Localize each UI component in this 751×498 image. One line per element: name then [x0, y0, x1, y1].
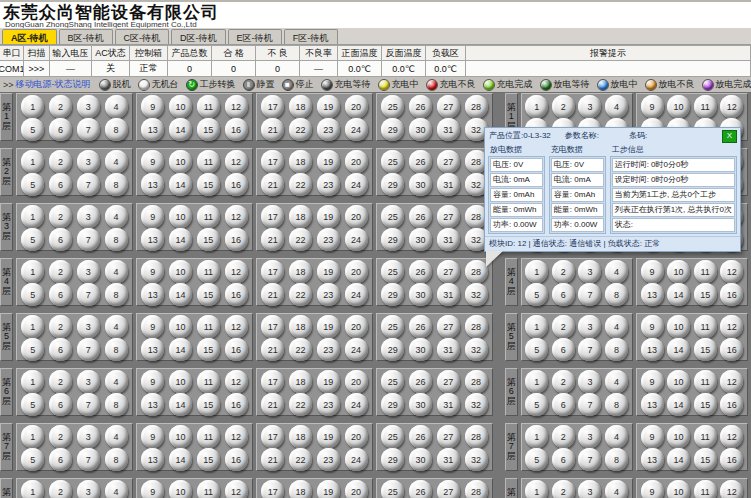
- product-cell[interactable]: 18: [289, 315, 312, 338]
- product-cell[interactable]: 16: [225, 393, 248, 416]
- product-cell[interactable]: 26: [409, 205, 432, 228]
- product-cell[interactable]: 11: [694, 260, 717, 283]
- product-cell[interactable]: 13: [641, 283, 664, 306]
- product-cell[interactable]: 4: [105, 370, 128, 393]
- product-cell[interactable]: 25: [381, 150, 404, 173]
- product-cell[interactable]: 2: [49, 315, 72, 338]
- product-cell[interactable]: 3: [578, 260, 601, 283]
- product-cell[interactable]: 28: [465, 260, 488, 283]
- product-cell[interactable]: 19: [317, 425, 340, 448]
- product-cell[interactable]: 10: [667, 425, 690, 448]
- product-cell[interactable]: 16: [225, 228, 248, 251]
- product-cell[interactable]: 27: [437, 205, 460, 228]
- product-cell[interactable]: 27: [437, 260, 460, 283]
- product-cell[interactable]: 2: [552, 370, 575, 393]
- product-cell[interactable]: 26: [409, 425, 432, 448]
- product-cell[interactable]: 17: [261, 425, 284, 448]
- product-cell[interactable]: 24: [345, 173, 368, 196]
- product-cell[interactable]: 22: [289, 118, 312, 141]
- product-cell[interactable]: 3: [578, 95, 601, 118]
- product-cell[interactable]: 30: [409, 448, 432, 471]
- product-cell[interactable]: 29: [381, 228, 404, 251]
- product-cell[interactable]: 10: [169, 95, 192, 118]
- product-cell[interactable]: 18: [289, 425, 312, 448]
- product-cell[interactable]: 15: [197, 338, 220, 361]
- product-cell[interactable]: 13: [141, 338, 164, 361]
- product-cell[interactable]: 12: [225, 480, 248, 498]
- product-cell[interactable]: 9: [641, 370, 664, 393]
- product-cell[interactable]: 16: [225, 173, 248, 196]
- product-cell[interactable]: 18: [289, 260, 312, 283]
- product-cell[interactable]: 28: [465, 370, 488, 393]
- product-cell[interactable]: 17: [261, 315, 284, 338]
- product-cell[interactable]: 15: [694, 448, 717, 471]
- product-cell[interactable]: 13: [141, 448, 164, 471]
- product-cell[interactable]: 5: [21, 118, 44, 141]
- product-cell[interactable]: 30: [409, 338, 432, 361]
- product-cell[interactable]: 19: [317, 260, 340, 283]
- product-cell[interactable]: 1: [525, 260, 548, 283]
- product-cell[interactable]: 11: [694, 315, 717, 338]
- product-cell[interactable]: 4: [105, 425, 128, 448]
- product-cell[interactable]: 9: [141, 260, 164, 283]
- product-cell[interactable]: 3: [578, 480, 601, 498]
- legend-toggle[interactable]: >>: [3, 80, 14, 90]
- product-cell[interactable]: 6: [49, 118, 72, 141]
- product-cell[interactable]: 7: [77, 173, 100, 196]
- product-cell[interactable]: 17: [261, 205, 284, 228]
- product-cell[interactable]: 4: [605, 95, 628, 118]
- product-cell[interactable]: 18: [289, 95, 312, 118]
- product-cell[interactable]: 12: [720, 370, 743, 393]
- product-cell[interactable]: 29: [381, 338, 404, 361]
- product-cell[interactable]: 10: [667, 480, 690, 498]
- product-cell[interactable]: 1: [21, 315, 44, 338]
- product-cell[interactable]: 16: [720, 448, 743, 471]
- product-cell[interactable]: 30: [409, 283, 432, 306]
- product-cell[interactable]: 4: [105, 150, 128, 173]
- tab-F区-待机[interactable]: F区-待机: [284, 29, 338, 44]
- product-cell[interactable]: 23: [317, 283, 340, 306]
- product-cell[interactable]: 1: [525, 95, 548, 118]
- product-cell[interactable]: 18: [289, 480, 312, 498]
- product-cell[interactable]: 14: [169, 448, 192, 471]
- product-cell[interactable]: 7: [578, 283, 601, 306]
- product-cell[interactable]: 11: [694, 425, 717, 448]
- product-cell[interactable]: 14: [667, 283, 690, 306]
- product-cell[interactable]: 5: [21, 283, 44, 306]
- product-cell[interactable]: 5: [21, 228, 44, 251]
- product-cell[interactable]: 12: [225, 260, 248, 283]
- product-cell[interactable]: 11: [197, 370, 220, 393]
- product-cell[interactable]: 15: [694, 283, 717, 306]
- product-cell[interactable]: 21: [261, 338, 284, 361]
- product-cell[interactable]: 12: [720, 95, 743, 118]
- product-cell[interactable]: 11: [694, 370, 717, 393]
- product-cell[interactable]: 25: [381, 95, 404, 118]
- product-cell[interactable]: 17: [261, 370, 284, 393]
- product-cell[interactable]: 8: [605, 283, 628, 306]
- product-cell[interactable]: 13: [641, 393, 664, 416]
- product-cell[interactable]: 23: [317, 448, 340, 471]
- product-cell[interactable]: 16: [720, 283, 743, 306]
- product-cell[interactable]: 22: [289, 393, 312, 416]
- product-cell[interactable]: 15: [197, 173, 220, 196]
- product-cell[interactable]: 12: [720, 315, 743, 338]
- product-cell[interactable]: 12: [225, 95, 248, 118]
- product-cell[interactable]: 18: [289, 150, 312, 173]
- product-cell[interactable]: 15: [694, 338, 717, 361]
- product-cell[interactable]: 1: [525, 425, 548, 448]
- product-cell[interactable]: 20: [345, 370, 368, 393]
- product-cell[interactable]: 2: [552, 480, 575, 498]
- product-cell[interactable]: 2: [49, 260, 72, 283]
- product-cell[interactable]: 6: [552, 338, 575, 361]
- product-cell[interactable]: 25: [381, 260, 404, 283]
- product-cell[interactable]: 10: [169, 315, 192, 338]
- product-cell[interactable]: 2: [552, 425, 575, 448]
- product-cell[interactable]: 1: [21, 480, 44, 498]
- product-cell[interactable]: 24: [345, 393, 368, 416]
- product-cell[interactable]: 6: [49, 228, 72, 251]
- product-cell[interactable]: 28: [465, 315, 488, 338]
- product-cell[interactable]: 9: [641, 480, 664, 498]
- product-cell[interactable]: 12: [225, 150, 248, 173]
- product-cell[interactable]: 23: [317, 173, 340, 196]
- product-cell[interactable]: 5: [525, 338, 548, 361]
